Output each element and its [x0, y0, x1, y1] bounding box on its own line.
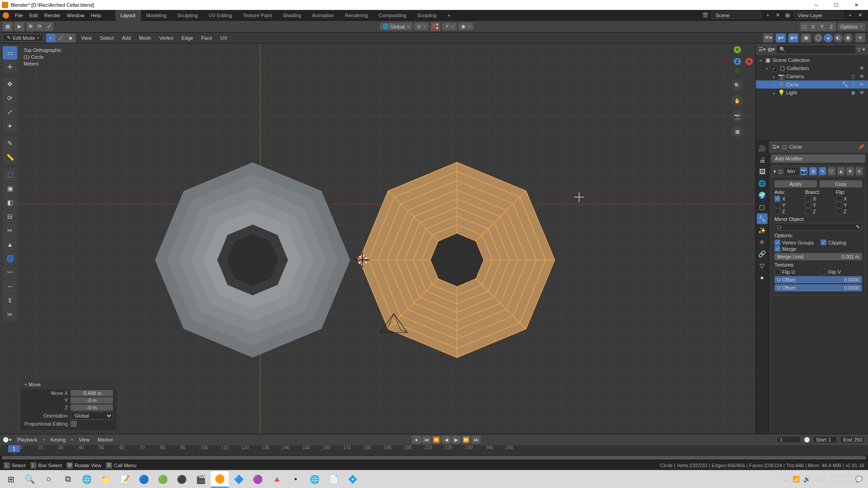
axis-y-checkbox[interactable] [774, 202, 780, 208]
taskbar-search-icon[interactable]: 🔍 [21, 471, 39, 488]
select-mode-group[interactable]: • ／ ■ [46, 33, 76, 42]
operator-title[interactable]: Move [21, 380, 117, 389]
tray-onedrive-icon[interactable]: ☁ [783, 476, 789, 483]
tool-select-box[interactable]: ▭ [3, 46, 17, 60]
row-collection[interactable]: ✓ ▢ Collection 👁 [756, 64, 868, 72]
end-frame-field[interactable]: End 250 [840, 436, 865, 443]
mirror-object-field[interactable]: ▢✎ [774, 223, 862, 231]
properties-context-icon[interactable]: ☰▾ [772, 144, 779, 150]
op-value-x[interactable]: -0.498 m [71, 390, 113, 396]
taskbar-app-13[interactable]: 💠 [344, 471, 362, 488]
toggle-y[interactable]: Y [818, 22, 827, 31]
snap-toggle-icon[interactable]: 🧲 [430, 22, 440, 31]
viewport-3d[interactable]: ▭ ✛ ✥ ⟳ ⤢ ✦ ✎ 📏 ⬚ ▣ ◧ ⊟ ✂ ▲ 🌀 〰 ↔ ⇕ [0, 43, 755, 434]
mod-show-render-icon[interactable]: 📷 [800, 167, 807, 175]
start-frame-field[interactable]: Start 1 [813, 436, 837, 443]
move-gizmo-icon[interactable]: ✥ [26, 22, 35, 31]
taskbar-chrome-icon[interactable]: 🌐 [306, 471, 324, 488]
u-offset-field[interactable]: U Offset: 0.0000 [774, 276, 862, 283]
tool-move[interactable]: ✥ [3, 77, 17, 91]
editor-type-icon[interactable]: ▦ [3, 22, 13, 31]
axis-z-checkbox[interactable] [774, 208, 780, 214]
tool-inset-faces[interactable]: ▣ [3, 182, 17, 195]
tab-layout[interactable]: Layout [115, 10, 141, 21]
taskbar-app-10[interactable]: 🔺 [268, 471, 286, 488]
taskbar-app-8[interactable]: 🔷 [230, 471, 248, 488]
taskbar-app-5[interactable]: 🟢 [154, 471, 172, 488]
op-proportional-checkbox[interactable] [71, 421, 77, 427]
mod-move-up-icon[interactable]: ▲ [837, 167, 844, 175]
pan-icon[interactable]: ✋ [731, 95, 743, 107]
tool-edge-slide[interactable]: ↔ [3, 280, 17, 293]
timeline-type-icon[interactable]: 🕑▾ [3, 437, 12, 443]
row-scene-collection[interactable]: ▣ Scene Collection [756, 56, 868, 64]
vertex-select-icon[interactable]: • [46, 33, 56, 42]
zoom-icon[interactable]: 🔍 [731, 80, 743, 91]
blender-logo-icon[interactable] [3, 12, 9, 19]
gizmo-axis-neg-y[interactable] [735, 68, 740, 73]
outliner-display-icon[interactable]: ▤▾ [768, 47, 775, 52]
tool-poly-build[interactable]: ▲ [3, 238, 17, 251]
operator-panel[interactable]: Move Move X -0.498 m Y -0 m Z -0 m Orien… [21, 380, 117, 430]
shading-lookdev-icon[interactable]: ◐ [834, 33, 843, 42]
navigation-gizmo[interactable]: X Y Z [723, 47, 752, 76]
flip-v-checkbox[interactable] [821, 269, 826, 275]
eyedropper-icon[interactable]: ✎ [856, 224, 860, 230]
modifier-header[interactable]: ▾ ◫ Mirr 📷 🖥 ✎ ▽ ▲ ▼ ✕ [772, 166, 865, 177]
taskbar-app-12[interactable]: 📄 [325, 471, 343, 488]
prop-tab-constraints[interactable]: 🔗 [757, 249, 768, 259]
keyframe-prev-icon[interactable]: ⏪ [432, 436, 441, 444]
menu-edit[interactable]: Edit [26, 10, 41, 21]
viewlayer-delete-icon[interactable]: ✕ [856, 12, 863, 19]
vertex-groups-checkbox[interactable]: ✓ [774, 239, 780, 245]
minimize-button[interactable]: ─ [807, 0, 826, 10]
op-orientation-select[interactable]: Global [71, 412, 113, 420]
edge-select-icon[interactable]: ／ [56, 33, 66, 42]
gizmo-toggle-icon[interactable]: ◈▾ [776, 33, 786, 42]
current-frame-field[interactable]: 1 [777, 436, 801, 443]
collection-visibility-icon[interactable]: 👁 [858, 66, 865, 71]
v-offset-field[interactable]: V Offset: 0.0000 [774, 284, 862, 291]
gizmo-axis-neg-x[interactable] [722, 58, 727, 63]
outliner-filter-icon[interactable]: ▽ [857, 47, 861, 52]
copy-button[interactable]: Copy [820, 180, 862, 188]
timeline-view[interactable]: View [76, 437, 92, 442]
scene-new-icon[interactable]: ＋ [764, 12, 771, 19]
prop-tab-scene[interactable]: 🌐 [757, 178, 768, 189]
taskbar-app-1[interactable]: 🌐 [78, 471, 96, 488]
merge-limit-field[interactable]: Merge Limit: 0.001 m [774, 253, 862, 260]
mod-show-oncage-icon[interactable]: ▽ [828, 167, 835, 175]
tab-texture-paint[interactable]: Texture Paint [237, 10, 277, 21]
menu-edge[interactable]: Edge [179, 35, 196, 41]
menu-window[interactable]: Window [64, 10, 88, 21]
tray-volume-icon[interactable]: 🔊 [803, 476, 811, 483]
tray-clock[interactable]: 12:09 PM 1/7/2020 [830, 474, 852, 485]
flip-y-checkbox[interactable] [836, 202, 842, 208]
jump-end-icon[interactable]: ⏭ [472, 436, 481, 444]
tab-scripting[interactable]: Scripting [412, 10, 442, 21]
menu-mesh[interactable]: Mesh [136, 35, 154, 41]
prop-tab-world[interactable]: 🌍 [757, 190, 768, 201]
menu-help[interactable]: Help [88, 10, 104, 21]
clipping-checkbox[interactable]: ✓ [821, 239, 826, 245]
playhead[interactable]: 1 [8, 445, 20, 452]
flip-z-checkbox[interactable] [836, 208, 842, 214]
prop-tab-output[interactable]: 🖨 [757, 155, 768, 165]
tool-spin[interactable]: 🌀 [3, 252, 17, 265]
axis-x-checkbox[interactable]: ✓ [774, 196, 780, 202]
outliner-new-icon[interactable]: ▾ [863, 47, 865, 52]
tool-knife[interactable]: ✂ [3, 224, 17, 237]
taskbar-app-11[interactable]: ▪ [287, 471, 305, 488]
light-visibility-icon[interactable]: 👁 [858, 90, 865, 95]
timeline-marker[interactable]: Marker [95, 437, 116, 442]
orientation-dropdown[interactable]: 🌐 Global [380, 23, 412, 30]
tool-rotate[interactable]: ⟳ [3, 91, 17, 105]
gizmo-axis-z[interactable]: Z [734, 58, 741, 65]
tab-sculpting[interactable]: Sculpting [172, 10, 203, 21]
flip-x-checkbox[interactable] [836, 196, 842, 202]
toggle-x[interactable]: X [809, 22, 818, 31]
preview-range-icon[interactable]: 🕘 [804, 437, 810, 443]
gizmo-axis-y[interactable]: Y [734, 46, 741, 53]
shading-wireframe-icon[interactable]: ◯ [814, 33, 823, 42]
outliner-search[interactable]: 🔍 [777, 45, 855, 53]
